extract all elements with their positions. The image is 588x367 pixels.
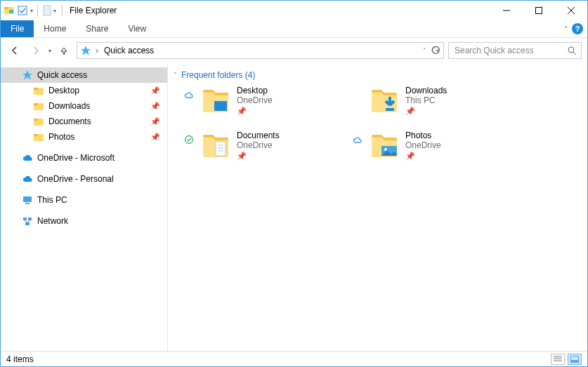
svg-rect-2 bbox=[9, 10, 13, 13]
tile-location: OneDrive bbox=[237, 140, 280, 150]
back-button[interactable] bbox=[6, 42, 23, 59]
details-view-button[interactable] bbox=[551, 354, 565, 365]
pc-icon bbox=[22, 194, 33, 206]
tile-meta: PhotosOneDrive📌 bbox=[405, 131, 441, 161]
sidebar-item-label: Quick access bbox=[37, 70, 87, 80]
content-pane[interactable]: ˅ Frequent folders (4) DesktopOneDrive📌D… bbox=[168, 63, 587, 351]
pin-icon: 📌 bbox=[237, 107, 273, 116]
svg-line-27 bbox=[27, 220, 30, 222]
search-box[interactable] bbox=[448, 42, 582, 59]
up-button[interactable] bbox=[55, 42, 72, 59]
cloud-icon bbox=[22, 152, 33, 164]
sidebar-item-label: Documents bbox=[48, 116, 91, 126]
pin-icon: 📌 bbox=[150, 133, 160, 142]
svg-rect-6 bbox=[536, 8, 542, 14]
ribbon-right: ˅ ? bbox=[564, 20, 587, 37]
search-input[interactable] bbox=[453, 45, 567, 56]
tiles: DesktopOneDrive📌DownloadsThis PC📌Documen… bbox=[174, 86, 582, 161]
title-dropdown-icon[interactable]: ▾ bbox=[53, 8, 56, 14]
status-bar: 4 items bbox=[1, 351, 587, 366]
tile-name: Downloads bbox=[405, 86, 447, 95]
tile-name: Documents bbox=[237, 131, 280, 140]
tiles-view-button[interactable] bbox=[568, 354, 582, 365]
svg-rect-1 bbox=[4, 7, 8, 9]
sidebar-item-label: OneDrive - Personal bbox=[37, 174, 114, 184]
tile-name: Desktop bbox=[237, 86, 273, 95]
tile-documents[interactable]: DocumentsOneDrive📌 bbox=[183, 131, 324, 161]
svg-rect-4 bbox=[44, 6, 51, 15]
address-bar[interactable]: › Quick access ˅ bbox=[77, 42, 444, 59]
sidebar-item-quick-access[interactable]: Quick access bbox=[1, 67, 167, 83]
help-icon[interactable]: ? bbox=[572, 23, 583, 34]
sidebar-item-label: Downloads bbox=[48, 101, 90, 111]
navigation-pane[interactable]: Quick accessDesktop📌Downloads📌Documents📌… bbox=[1, 63, 168, 351]
sidebar-item-downloads[interactable]: Downloads📌 bbox=[1, 98, 167, 114]
tab-share[interactable]: Share bbox=[76, 20, 118, 37]
pin-icon: 📌 bbox=[237, 152, 280, 161]
window: ▾ ▾ File Explorer File Home Share View ˅… bbox=[0, 0, 588, 367]
sync-badge bbox=[352, 86, 363, 90]
svg-marker-9 bbox=[81, 46, 91, 55]
sync-badge bbox=[183, 131, 195, 145]
doc-icon bbox=[42, 5, 52, 16]
tile-location: This PC bbox=[405, 95, 447, 105]
tile-photos[interactable]: PhotosOneDrive📌 bbox=[352, 131, 492, 161]
refresh-icon[interactable] bbox=[431, 46, 440, 55]
tile-desktop[interactable]: DesktopOneDrive📌 bbox=[183, 86, 324, 116]
search-icon[interactable] bbox=[567, 46, 577, 55]
folder-icon bbox=[369, 86, 400, 116]
svg-line-11 bbox=[573, 52, 576, 55]
svg-rect-14 bbox=[34, 88, 38, 90]
tab-view[interactable]: View bbox=[118, 20, 156, 37]
svg-rect-21 bbox=[23, 196, 32, 202]
svg-rect-20 bbox=[34, 134, 38, 136]
svg-point-31 bbox=[185, 136, 193, 144]
separator bbox=[62, 5, 63, 16]
address-dropdown-icon[interactable]: ˅ bbox=[423, 47, 426, 54]
sidebar-item-network[interactable]: Network bbox=[1, 213, 167, 229]
separator bbox=[37, 5, 38, 16]
ribbon: File Home Share View ˅ ? bbox=[1, 20, 587, 38]
svg-line-26 bbox=[25, 220, 27, 222]
folder-icon bbox=[200, 131, 231, 161]
forward-button[interactable] bbox=[27, 42, 44, 59]
body: Quick accessDesktop📌Downloads📌Documents📌… bbox=[1, 63, 587, 351]
maximize-button[interactable] bbox=[523, 1, 555, 20]
svg-point-39 bbox=[384, 148, 387, 151]
collapse-icon[interactable]: ˅ bbox=[174, 72, 177, 79]
qat-dropdown-icon[interactable]: ▾ bbox=[30, 8, 33, 14]
nav-row: ▾ › Quick access ˅ bbox=[1, 38, 587, 63]
sidebar-item-label: Network bbox=[37, 216, 68, 226]
tile-meta: DocumentsOneDrive📌 bbox=[237, 131, 280, 161]
pin-icon: 📌 bbox=[150, 86, 160, 95]
file-tab[interactable]: File bbox=[1, 20, 34, 37]
recent-locations-icon[interactable]: ▾ bbox=[48, 48, 51, 54]
breadcrumb-root[interactable]: Quick access bbox=[103, 46, 155, 55]
sidebar-item-label: Desktop bbox=[48, 86, 79, 95]
sidebar-item-photos[interactable]: Photos📌 bbox=[1, 129, 167, 145]
sidebar-item-onedrive-microsoft[interactable]: OneDrive - Microsoft bbox=[1, 150, 167, 166]
svg-rect-3 bbox=[18, 6, 27, 15]
sidebar-item-documents[interactable]: Documents📌 bbox=[1, 114, 167, 129]
group-header[interactable]: ˅ Frequent folders (4) bbox=[174, 70, 582, 80]
close-button[interactable] bbox=[555, 1, 587, 20]
ribbon-expand-icon[interactable]: ˅ bbox=[564, 25, 568, 33]
svg-rect-25 bbox=[25, 222, 30, 225]
tab-home[interactable]: Home bbox=[34, 20, 76, 37]
folder-icon bbox=[33, 116, 44, 127]
tile-downloads[interactable]: DownloadsThis PC📌 bbox=[352, 86, 492, 116]
window-title: File Explorer bbox=[70, 6, 117, 15]
group-header-label: Frequent folders (4) bbox=[181, 70, 255, 80]
chevron-right-icon[interactable]: › bbox=[96, 46, 98, 55]
sync-badge bbox=[183, 86, 195, 100]
pin-icon: 📌 bbox=[405, 152, 441, 161]
sidebar-item-onedrive-personal[interactable]: OneDrive - Personal bbox=[1, 171, 167, 187]
minimize-button[interactable] bbox=[490, 1, 523, 20]
tile-meta: DownloadsThis PC📌 bbox=[405, 86, 447, 116]
pin-icon: 📌 bbox=[150, 117, 160, 126]
sidebar-item-this-pc[interactable]: This PC bbox=[1, 192, 167, 208]
qat-checkbox-icon[interactable] bbox=[18, 6, 27, 15]
window-controls bbox=[490, 1, 587, 20]
titlebar: ▾ ▾ File Explorer bbox=[1, 1, 587, 20]
sidebar-item-desktop[interactable]: Desktop📌 bbox=[1, 83, 167, 98]
